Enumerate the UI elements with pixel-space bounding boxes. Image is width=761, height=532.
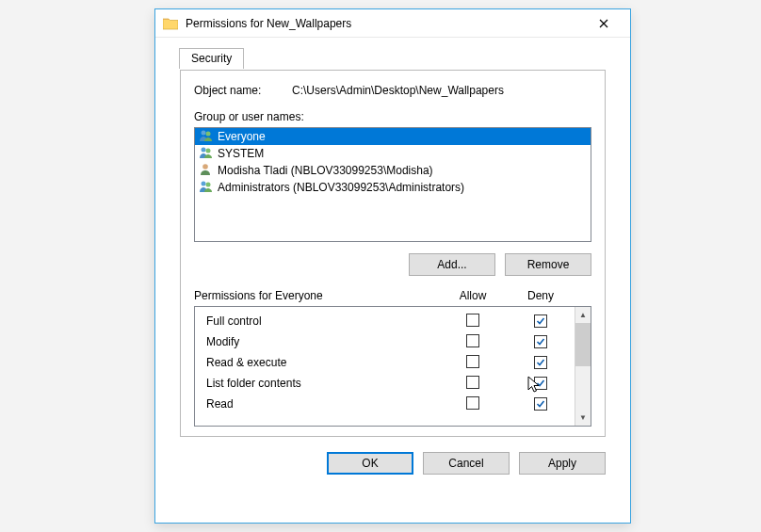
permission-row: Read [206, 394, 575, 414]
permission-label: Read & execute [206, 356, 439, 369]
permission-label: Read [206, 397, 439, 411]
client-area: Security Object name: C:\Users\Admin\Des… [155, 38, 630, 488]
group-user-names-label: Group or user names: [194, 110, 591, 123]
object-name-label: Object name: [194, 84, 292, 97]
object-name-value: C:\Users\Admin\Desktop\New_Wallpapers [292, 84, 504, 97]
user-row-label: Administrators (NBLOV33099253\Administra… [218, 181, 464, 194]
user-icon [199, 163, 214, 179]
security-tabpanel: Object name: C:\Users\Admin\Desktop\New_… [180, 70, 606, 437]
user-row[interactable]: Everyone [195, 128, 591, 145]
add-button[interactable]: Add... [409, 253, 495, 276]
permission-row: List folder contents [206, 373, 575, 394]
svg-point-6 [206, 182, 211, 186]
ok-button[interactable]: OK [327, 452, 413, 475]
permissions-list: Full controlModifyRead & executeList fol… [194, 306, 591, 427]
permission-row: Modify [206, 331, 575, 352]
userlist-buttons: Add... Remove [194, 253, 591, 276]
window-title: Permissions for New_Wallpapers [186, 17, 585, 30]
allow-checkbox[interactable] [466, 376, 479, 389]
allow-checkbox[interactable] [466, 334, 479, 347]
user-row[interactable]: SYSTEM [195, 145, 591, 162]
permissions-dialog: Permissions for New_Wallpapers Security … [154, 8, 631, 524]
allow-checkbox[interactable] [466, 396, 479, 410]
folder-icon [163, 17, 178, 30]
user-row-label: SYSTEM [218, 147, 264, 160]
svg-point-2 [202, 147, 206, 152]
svg-point-5 [202, 181, 206, 185]
permission-row: Full control [206, 311, 575, 331]
permission-row [206, 414, 575, 426]
user-row[interactable]: Administrators (NBLOV33099253\Administra… [195, 179, 591, 196]
object-name-row: Object name: C:\Users\Admin\Desktop\New_… [194, 84, 591, 97]
scroll-thumb[interactable] [575, 323, 591, 366]
svg-point-1 [206, 131, 211, 136]
deny-checkbox[interactable] [534, 314, 547, 328]
permission-label: List folder contents [206, 377, 439, 390]
deny-checkbox[interactable] [534, 397, 547, 411]
allow-checkbox[interactable] [466, 355, 479, 368]
permissions-header: Permissions for Everyone Allow Deny [194, 289, 591, 302]
close-button[interactable] [585, 10, 623, 37]
tabstrip: Security [179, 47, 606, 70]
permission-label: Full control [206, 314, 439, 328]
scroll-up-button[interactable]: ▲ [575, 307, 591, 323]
group-icon [199, 129, 214, 145]
scroll-down-button[interactable]: ▼ [575, 410, 591, 426]
dialog-footer: OK Cancel Apply [180, 452, 606, 475]
deny-checkbox[interactable] [534, 356, 547, 369]
svg-point-0 [202, 130, 206, 135]
permissions-for-label: Permissions for Everyone [194, 289, 439, 302]
permission-row: Read & execute [206, 352, 575, 373]
deny-checkbox[interactable] [534, 335, 547, 348]
user-row-label: Modisha Tladi (NBLOV33099253\Modisha) [218, 164, 433, 177]
group-user-names-list[interactable]: EveryoneSYSTEMModisha Tladi (NBLOV330992… [194, 127, 591, 242]
permission-label: Modify [206, 335, 439, 348]
apply-button[interactable]: Apply [519, 452, 606, 475]
group-icon [199, 146, 214, 162]
cancel-button[interactable]: Cancel [423, 452, 510, 475]
svg-point-4 [202, 164, 208, 169]
tab-security[interactable]: Security [179, 48, 244, 69]
allow-column-header: Allow [439, 289, 507, 302]
deny-column-header: Deny [507, 289, 575, 302]
permissions-scrollbar[interactable]: ▲ ▼ [575, 307, 591, 426]
user-row[interactable]: Modisha Tladi (NBLOV33099253\Modisha) [195, 162, 591, 179]
close-icon [599, 19, 608, 28]
group-icon [199, 180, 214, 196]
titlebar[interactable]: Permissions for New_Wallpapers [155, 9, 630, 38]
deny-checkbox[interactable] [534, 377, 547, 390]
allow-checkbox[interactable] [466, 314, 479, 327]
user-row-label: Everyone [218, 130, 266, 143]
svg-point-3 [206, 148, 211, 153]
remove-button[interactable]: Remove [505, 253, 591, 276]
